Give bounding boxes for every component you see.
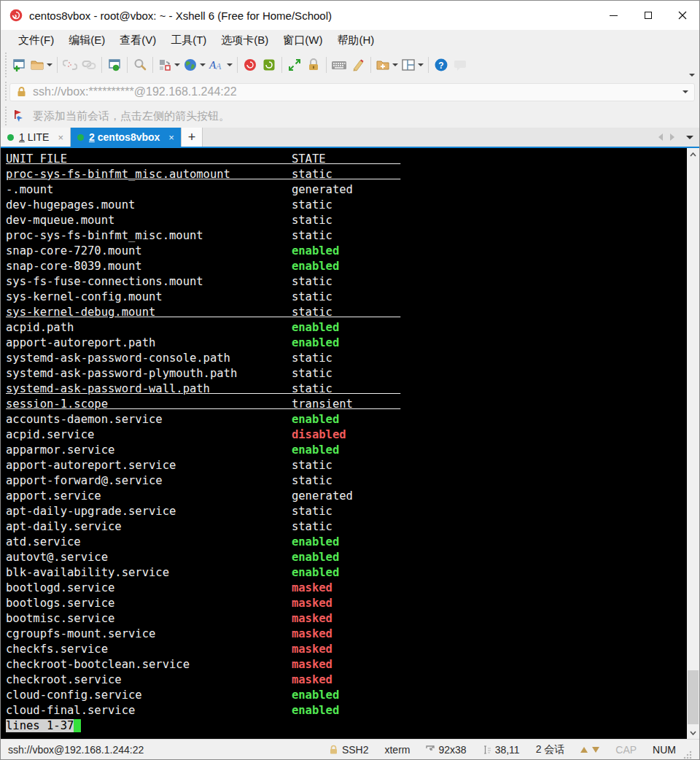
xshell-logo-icon (9, 8, 23, 23)
disconnect-icon (63, 58, 77, 71)
find-button[interactable] (131, 54, 149, 76)
menu-view[interactable]: 查看(V) (112, 30, 163, 50)
resize-grip[interactable] (683, 751, 692, 759)
tab-bar: 1 LITE × 2 centos8vbox × + (1, 128, 699, 148)
highlight-button[interactable] (349, 54, 368, 76)
highlight-icon (351, 58, 365, 72)
help-button[interactable]: ? (432, 54, 451, 76)
info-bar-grip[interactable] (4, 106, 8, 125)
disconnect-button[interactable] (61, 54, 79, 76)
web-button[interactable] (182, 54, 207, 76)
toolbar-separator (237, 57, 238, 73)
address-text: ssh://vbox:**********@192.168.1.244:22 (33, 85, 680, 98)
address-bar-grip[interactable] (4, 82, 8, 102)
toolbar-separator (326, 57, 327, 73)
scroll-top-icon[interactable] (580, 747, 588, 753)
xshell-button[interactable] (241, 54, 260, 76)
menu-window[interactable]: 窗口(W) (276, 30, 330, 50)
new-session-folder-button[interactable] (374, 54, 400, 76)
session-properties-button[interactable] (105, 54, 124, 76)
terminal-scrollbar[interactable] (687, 148, 699, 739)
xshell-window: centos8vbox - root@vbox: ~ - Xshell 6 (F… (0, 0, 700, 760)
tab-close-icon[interactable]: × (58, 132, 63, 143)
fullscreen-button[interactable] (285, 54, 304, 76)
tab-scroll-left-icon[interactable] (658, 133, 663, 141)
connected-dot-icon (7, 134, 14, 141)
minimize-button[interactable] (596, 1, 631, 30)
title-bar: centos8vbox - root@vbox: ~ - Xshell 6 (F… (1, 1, 699, 30)
maximize-button[interactable] (631, 1, 665, 30)
layout-panes-dropdown-icon (418, 63, 424, 66)
status-cursor-label: 38,11 (495, 744, 520, 756)
fullscreen-icon (287, 58, 302, 72)
web-icon (183, 58, 198, 72)
address-input[interactable]: ssh://vbox:**********@192.168.1.244:22 (9, 83, 695, 101)
layout-panes-button[interactable] (400, 54, 425, 76)
tab-number: 1 (19, 131, 25, 143)
open-session-dropdown-icon (47, 63, 52, 66)
toolbar-separator (370, 57, 371, 73)
status-protocol-label: SSH2 (342, 744, 369, 756)
status-sessions[interactable]: 2 会话 (536, 743, 565, 756)
web-dropdown-icon (200, 63, 206, 66)
toolbar-separator (101, 57, 102, 73)
menu-bar: 文件(F) 编辑(E) 查看(V) 工具(T) 选项卡(B) 窗口(W) 帮助(… (1, 30, 699, 50)
new-session-button[interactable] (9, 54, 28, 76)
menu-tab[interactable]: 选项卡(B) (214, 30, 276, 50)
find-icon (133, 58, 147, 72)
tab-label: centos8vbox (98, 131, 160, 143)
arrange-button[interactable] (156, 54, 182, 76)
status-bar: ssh://vbox@192.168.1.244:22 SSH2 xterm 9… (1, 739, 699, 759)
feedback-icon (453, 58, 467, 71)
address-dropdown-icon[interactable] (682, 90, 688, 93)
lock-screen-button[interactable] (304, 54, 323, 76)
tab-2-centos8vbox[interactable]: 2 centos8vbox × (71, 128, 182, 147)
menu-tools[interactable]: 工具(T) (163, 30, 214, 50)
pager-prompt: lines 1-37 (6, 719, 74, 732)
reconnect-button[interactable] (79, 54, 98, 76)
tab-number: 2 (89, 131, 95, 143)
status-term-type-label: xterm (384, 744, 410, 756)
flag-icon (12, 109, 27, 123)
status-connection: ssh://vbox@192.168.1.244:22 (8, 744, 313, 756)
tab-list-dropdown-icon[interactable] (686, 136, 693, 139)
scroll-up-icon[interactable] (687, 148, 699, 160)
menu-file[interactable]: 文件(F) (11, 30, 61, 50)
open-folder-icon (30, 58, 44, 71)
scrollbar-thumb[interactable] (688, 670, 699, 724)
status-term-type[interactable]: xterm (384, 744, 410, 756)
toolbar-overflow-icon[interactable] (689, 74, 695, 77)
tab-close-icon[interactable]: × (168, 132, 174, 143)
maximize-icon (645, 12, 652, 19)
svg-text:?: ? (438, 61, 443, 71)
session-properties-icon (107, 58, 122, 72)
scroll-bottom-icon[interactable] (592, 747, 599, 753)
help-icon: ? (434, 58, 448, 72)
minimize-icon (610, 15, 618, 16)
virtual-keyboard-button[interactable] (330, 54, 349, 76)
close-button[interactable] (665, 1, 699, 30)
toolbar-grip[interactable] (4, 53, 8, 77)
status-scroll-arrows[interactable] (580, 747, 599, 753)
keyboard-icon (331, 59, 347, 71)
tab-label: LITE (28, 131, 50, 143)
status-cursor-pos: 38,11 (483, 744, 520, 756)
menu-help[interactable]: 帮助(H) (330, 30, 381, 50)
info-bar: 要添加当前会话，点击左侧的箭头按钮。 (1, 104, 699, 128)
new-session-icon (12, 58, 26, 72)
address-bar: ssh://vbox:**********@192.168.1.244:22 (1, 80, 699, 104)
layout-panes-icon (401, 58, 416, 71)
font-button[interactable]: A A (207, 54, 234, 76)
terminal-area: UNIT FILE STATE proc-sys-fs-binfmt_misc.… (1, 148, 699, 739)
menu-edit[interactable]: 编辑(E) (61, 30, 112, 50)
tab-scroll-right-icon[interactable] (670, 133, 674, 141)
new-tab-button[interactable]: + (182, 128, 203, 147)
scroll-down-icon[interactable] (687, 726, 699, 739)
connected-dot-icon (77, 134, 84, 141)
tab-1-lite[interactable]: 1 LITE × (1, 128, 71, 147)
terminal-output[interactable]: UNIT FILE STATE proc-sys-fs-binfmt_misc.… (1, 148, 687, 739)
lock-icon (307, 58, 320, 72)
open-session-button[interactable] (28, 54, 54, 76)
xftp-button[interactable] (260, 54, 279, 76)
feedback-button[interactable] (451, 54, 470, 76)
